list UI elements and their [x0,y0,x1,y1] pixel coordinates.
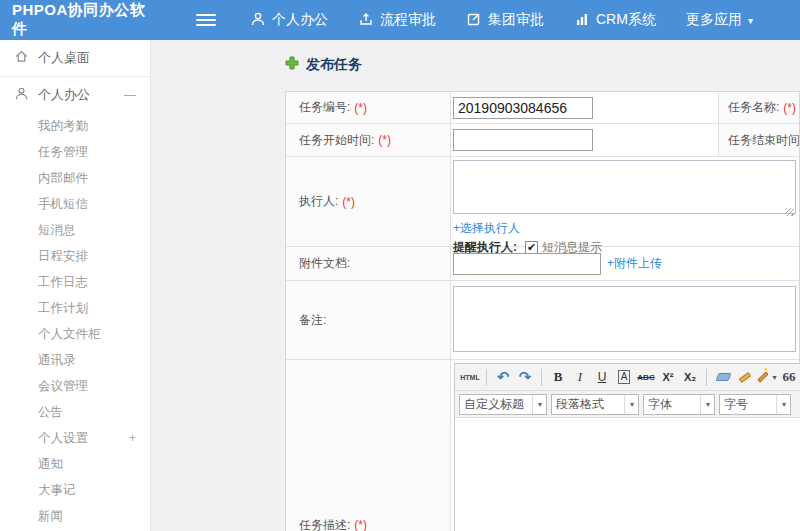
remark-textarea[interactable] [453,286,796,352]
sidebar-item-personal-files[interactable]: 个人文件柜 [0,321,150,347]
caret-down-icon: ▾ [776,395,786,414]
sidebar-item-personal-settings[interactable]: 个人设置+ [0,425,150,451]
paragraph-format-dropdown[interactable]: 段落格式▾ [551,394,639,415]
editor-toolbar-row1: HTML ↶ ↷ B I U A ABC X² X₂ [455,364,800,391]
form-row-task-number: 任务编号:(*) 任务名称:(*) [286,92,799,124]
page-title-text: 发布任务 [306,56,362,74]
executor-label: 执行人: [299,193,338,210]
redo-icon[interactable]: ↷ [515,367,535,387]
nav-item-crm[interactable]: CRM系统 [574,11,656,30]
main-content: 发布任务 任务编号:(*) 任务名称:(*) 任务开始时间:(*) 任务结束时间… [151,40,800,531]
nav-item-more-apps[interactable]: 更多应用 ▾ [686,11,753,29]
sidebar-item-announcement[interactable]: 公告 [0,399,150,425]
sidebar-item-schedule[interactable]: 日程安排 [0,243,150,269]
sidebar-item-internal-mail[interactable]: 内部邮件 [0,165,150,191]
app-logo: PHPOA协同办公软件 [0,1,160,39]
form-row-attachment: 附件文档: +附件上传 [286,247,799,281]
sidebar: 个人桌面 个人办公 — 我的考勤 任务管理 内部邮件 手机短信 短消息 日程安排… [0,40,151,531]
select-executor-link[interactable]: +选择执行人 [453,220,799,237]
page-title: 发布任务 [285,56,800,74]
sidebar-item-short-message[interactable]: 短消息 [0,217,150,243]
form-row-description: 任务描述:(*) HTML ↶ ↷ B I U A [286,360,799,531]
attachment-input[interactable] [453,253,601,275]
sidebar-item-sms[interactable]: 手机短信 [0,191,150,217]
required-mark: (*) [354,518,367,531]
remark-label: 备注: [299,312,326,329]
form-row-remark: 备注: [286,281,799,360]
font-size-dropdown[interactable]: 字号▾ [719,394,791,415]
eraser-icon[interactable] [713,367,733,387]
editor-content-area[interactable] [455,418,800,531]
task-number-label: 任务编号: [299,99,350,116]
blockquote-button[interactable]: 66 [779,367,799,387]
required-mark: (*) [354,101,367,115]
sidebar-item-notice[interactable]: 通知 [0,451,150,477]
editor-toolbar-row2: 自定义标题▾ 段落格式▾ 字体▾ 字号▾ [455,391,800,418]
caret-down-icon: ▾ [532,395,542,414]
top-nav: 个人办公 流程审批 集团审批 CRM系统 更多应用 ▾ [250,11,783,30]
sidebar-item-events[interactable]: 大事记 [0,477,150,503]
undo-icon[interactable]: ↶ [493,367,513,387]
form-row-executor: 执行人:(*) +选择执行人 提醒执行人: ✔ 短消息提示 [286,157,799,247]
sidebar-item-personal-desktop[interactable]: 个人桌面 [0,40,150,77]
publish-task-form: 任务编号:(*) 任务名称:(*) 任务开始时间:(*) 任务结束时间:(*) … [285,91,800,531]
executor-textarea[interactable] [453,160,796,214]
description-label: 任务描述: [299,517,350,531]
nav-item-personal-office[interactable]: 个人办公 [250,11,328,30]
attachment-label: 附件文档: [299,255,350,272]
nav-item-workflow-approval[interactable]: 流程审批 [358,11,436,30]
underline-button[interactable]: U [592,367,612,387]
required-mark: (*) [378,133,391,147]
required-mark: (*) [342,195,355,209]
add-plus-icon [285,56,299,74]
font-style-button[interactable]: A [618,370,631,384]
bold-button[interactable]: B [548,367,568,387]
sidebar-item-meeting-management[interactable]: 会议管理 [0,373,150,399]
task-number-input[interactable] [453,97,593,119]
form-row-start-time: 任务开始时间:(*) 任务结束时间:(*) [286,124,799,157]
sidebar-item-my-attendance[interactable]: 我的考勤 [0,113,150,139]
upload-attachment-link[interactable]: +附件上传 [607,255,662,272]
app-header: PHPOA协同办公软件 个人办公 流程审批 集团审批 CRM系统 更多应用 ▾ [0,0,800,40]
end-time-label: 任务结束时间: [728,132,799,149]
user-icon [250,11,272,30]
italic-button[interactable]: I [570,367,590,387]
flow-approve-icon [358,11,380,30]
font-family-dropdown[interactable]: 字体▾ [643,394,715,415]
required-mark: (*) [783,101,796,115]
nav-item-group-approval[interactable]: 集团审批 [466,11,544,30]
start-time-label: 任务开始时间: [299,132,374,149]
start-time-input[interactable] [453,129,593,151]
sidebar-item-work-log[interactable]: 工作日志 [0,269,150,295]
html-source-button[interactable]: HTML [460,367,480,387]
user-icon [14,86,38,104]
autoformat-wand-icon[interactable]: ▾ [757,367,777,387]
sidebar-item-news[interactable]: 新闻 [0,503,150,529]
sidebar-item-contacts[interactable]: 通讯录 [0,347,150,373]
rich-text-editor: HTML ↶ ↷ B I U A ABC X² X₂ [454,363,800,531]
custom-title-dropdown[interactable]: 自定义标题▾ [459,394,547,415]
collapse-icon[interactable]: — [124,88,136,102]
sidebar-item-work-plan[interactable]: 工作计划 [0,295,150,321]
strikethrough-button[interactable]: ABC [636,367,656,387]
caret-down-icon: ▾ [624,395,634,414]
sidebar-item-personal-office[interactable]: 个人办公 — [0,77,150,113]
edit-approve-icon [466,11,488,30]
expand-icon[interactable]: + [129,431,136,445]
menu-toggle-icon[interactable] [196,11,216,29]
superscript-button[interactable]: X² [658,367,678,387]
home-icon [14,49,38,67]
caret-down-icon: ▾ [700,395,710,414]
sidebar-item-task-management[interactable]: 任务管理 [0,139,150,165]
subscript-button[interactable]: X₂ [680,367,700,387]
caret-down-icon: ▾ [748,15,753,26]
bar-chart-icon [574,11,596,30]
format-brush-icon[interactable] [735,367,755,387]
task-name-label: 任务名称: [728,99,779,116]
